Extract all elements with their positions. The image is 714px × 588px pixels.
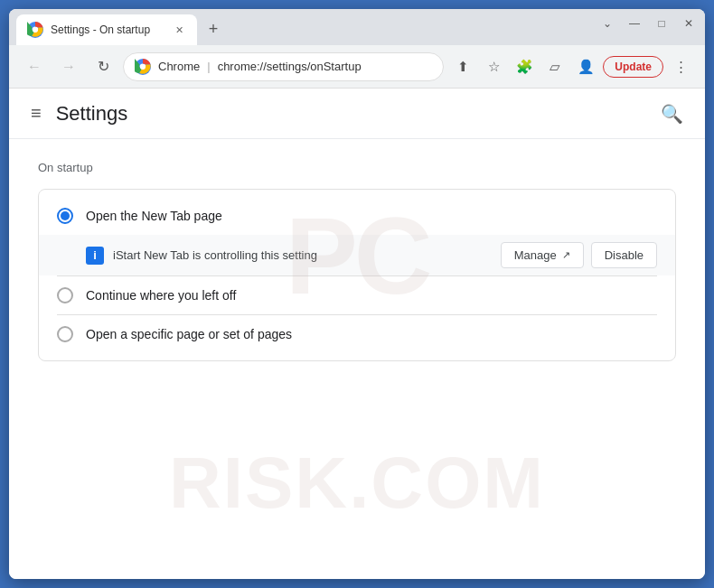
startup-options-card: Open the New Tab page i iStart New Tab i… xyxy=(38,189,676,361)
minimize-button[interactable]: — xyxy=(627,16,642,31)
profile-button[interactable]: 👤 xyxy=(572,53,599,80)
chevron-down-icon[interactable]: ⌄ xyxy=(600,16,615,31)
back-icon: ← xyxy=(27,59,42,75)
settings-search-icon[interactable]: 🔍 xyxy=(661,103,683,125)
settings-main: PC RISK.COM On startup Open the New Tab … xyxy=(9,139,705,579)
extensions-icon: 🧩 xyxy=(516,59,533,75)
more-menu-button[interactable]: ⋮ xyxy=(667,53,694,80)
svg-point-2 xyxy=(33,27,38,33)
back-button[interactable]: ← xyxy=(20,52,49,81)
manage-button-label: Manage xyxy=(514,248,557,262)
browser-window: Settings - On startup ✕ + ⌄ — □ ✕ ← → ↻ xyxy=(9,9,705,579)
update-button[interactable]: Update xyxy=(603,56,663,78)
settings-header: ≡ Settings 🔍 xyxy=(9,89,705,139)
settings-page-title: Settings xyxy=(56,102,128,126)
new-tab-button[interactable]: + xyxy=(201,16,226,42)
hamburger-menu-icon[interactable]: ≡ xyxy=(31,103,42,124)
splitscreen-icon: ▱ xyxy=(550,59,560,75)
svg-point-5 xyxy=(140,64,146,70)
option-new-tab-label: Open the New Tab page xyxy=(86,209,222,223)
tab-title: Settings - On startup xyxy=(51,23,150,36)
more-icon: ⋮ xyxy=(674,59,688,75)
tab-close-btn[interactable]: ✕ xyxy=(172,23,186,37)
option-continue-label: Continue where you left off xyxy=(86,288,236,303)
splitscreen-button[interactable]: ▱ xyxy=(541,53,568,80)
share-icon: ⬆ xyxy=(457,59,469,75)
radio-specific-page[interactable] xyxy=(57,326,73,342)
share-button[interactable]: ⬆ xyxy=(449,53,476,80)
list-item[interactable]: Open the New Tab page xyxy=(39,197,675,235)
forward-button[interactable]: → xyxy=(54,52,83,81)
maximize-button[interactable]: □ xyxy=(654,16,669,31)
info-actions: Manage ↗ Disable xyxy=(501,242,657,268)
chrome-logo-icon xyxy=(135,59,151,75)
reload-icon: ↻ xyxy=(98,58,109,75)
list-item[interactable]: Open a specific page or set of pages xyxy=(39,315,675,353)
extensions-button[interactable]: 🧩 xyxy=(511,53,538,80)
address-url: chrome://settings/onStartup xyxy=(218,60,362,73)
section-title: On startup xyxy=(38,161,676,174)
info-icon: i xyxy=(86,247,104,265)
address-chrome-label: Chrome xyxy=(158,60,200,73)
radio-new-tab[interactable] xyxy=(57,208,73,224)
window-controls: ⌄ — □ ✕ xyxy=(600,16,696,31)
watermark-bottom: RISK.COM xyxy=(169,442,545,525)
info-row: i iStart New Tab is controlling this set… xyxy=(39,235,675,275)
radio-continue[interactable] xyxy=(57,287,73,303)
info-message: iStart New Tab is controlling this setti… xyxy=(113,248,492,262)
list-item[interactable]: Continue where you left off xyxy=(39,276,675,314)
external-link-icon: ↗ xyxy=(562,249,570,261)
bookmark-icon: ☆ xyxy=(488,59,500,75)
toolbar: ← → ↻ Chrome | chrome://settings/onStart… xyxy=(9,45,705,89)
manage-button[interactable]: Manage ↗ xyxy=(501,242,584,268)
bookmark-button[interactable]: ☆ xyxy=(480,53,507,80)
profile-icon: 👤 xyxy=(578,59,595,75)
disable-button[interactable]: Disable xyxy=(591,242,657,268)
option-specific-page-label: Open a specific page or set of pages xyxy=(86,327,292,341)
forward-icon: → xyxy=(61,59,76,75)
address-bar[interactable]: Chrome | chrome://settings/onStartup xyxy=(123,52,444,81)
active-tab[interactable]: Settings - On startup ✕ xyxy=(16,14,197,45)
address-separator: | xyxy=(207,60,210,73)
reload-button[interactable]: ↻ xyxy=(89,52,117,81)
title-bar: Settings - On startup ✕ + ⌄ — □ ✕ xyxy=(9,9,705,45)
close-button[interactable]: ✕ xyxy=(681,16,696,31)
page-content: ≡ Settings 🔍 PC RISK.COM On startup Open… xyxy=(9,89,705,579)
tab-favicon xyxy=(27,22,43,38)
toolbar-actions: ⬆ ☆ 🧩 ▱ 👤 Update ⋮ xyxy=(449,53,694,80)
